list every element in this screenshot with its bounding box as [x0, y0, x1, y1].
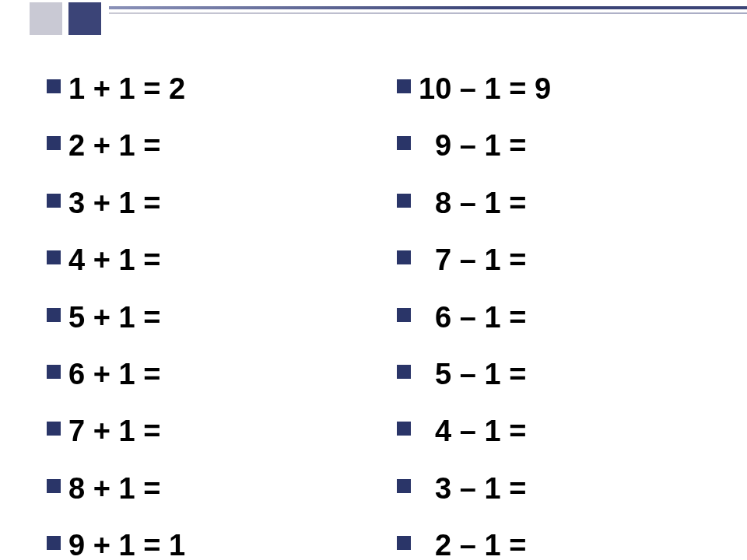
equation-text: 1 + 1 = 2: [68, 70, 185, 108]
deco-line-thick: [109, 6, 747, 9]
content-area: 1 + 1 = 2 2 + 1 = 3 + 1 = 4 + 1 = 5 + 1 …: [47, 70, 700, 560]
list-item: 4 + 1 =: [47, 241, 350, 279]
equation-text: 4 – 1 =: [419, 412, 526, 450]
deco-square-blue: [68, 2, 101, 35]
bullet-icon: [47, 136, 61, 150]
list-item: 2 – 1 =: [397, 527, 700, 560]
bullet-icon: [397, 79, 411, 93]
list-item: 4 – 1 =: [397, 412, 700, 450]
equation-text: 5 – 1 =: [419, 355, 526, 394]
equation-text: 10 – 1 = 9: [419, 70, 551, 108]
equation-text: 7 + 1 =: [68, 412, 160, 450]
equation-text: 9 + 1 = 1: [68, 527, 185, 560]
list-item: 9 – 1 =: [397, 127, 700, 165]
list-item: 3 – 1 =: [397, 470, 700, 508]
list-item: 8 + 1 =: [47, 470, 350, 508]
bullet-icon: [397, 422, 411, 436]
equation-text: 5 + 1 =: [68, 299, 160, 337]
equation-text: 3 + 1 =: [68, 184, 160, 222]
bullet-icon: [47, 422, 61, 436]
list-item: 6 + 1 =: [47, 355, 350, 394]
list-item: 7 – 1 =: [397, 241, 700, 279]
bullet-icon: [397, 136, 411, 150]
equation-text: 6 + 1 =: [68, 355, 160, 394]
list-item: 2 + 1 =: [47, 127, 350, 165]
equation-text: 8 – 1 =: [419, 184, 526, 222]
list-item: 7 + 1 =: [47, 412, 350, 450]
bullet-icon: [47, 479, 61, 493]
equation-text: 2 + 1 =: [68, 127, 160, 165]
list-item: 3 + 1 =: [47, 184, 350, 222]
equation-text: 6 – 1 =: [419, 299, 526, 337]
bullet-icon: [397, 194, 411, 208]
list-item: 1 + 1 = 2: [47, 70, 350, 108]
list-item: 5 + 1 =: [47, 299, 350, 337]
list-item: 9 + 1 = 1: [47, 527, 350, 560]
deco-line-thin: [109, 12, 747, 14]
bullet-icon: [397, 479, 411, 493]
bullet-icon: [47, 365, 61, 379]
deco-lines: [109, 0, 747, 37]
deco-square-gray: [30, 2, 62, 35]
left-column: 1 + 1 = 2 2 + 1 = 3 + 1 = 4 + 1 = 5 + 1 …: [47, 70, 350, 560]
bullet-icon: [397, 250, 411, 264]
list-item: 6 – 1 =: [397, 299, 700, 337]
bullet-icon: [397, 536, 411, 550]
equation-text: 7 – 1 =: [419, 241, 526, 279]
equation-text: 8 + 1 =: [68, 470, 160, 508]
right-column: 10 – 1 = 9 9 – 1 = 8 – 1 = 7 – 1 = 6 – 1…: [397, 70, 700, 560]
equation-text: 2 – 1 =: [419, 527, 526, 560]
list-item: 8 – 1 =: [397, 184, 700, 222]
bullet-icon: [47, 250, 61, 264]
bullet-icon: [47, 194, 61, 208]
bullet-icon: [47, 308, 61, 322]
list-item: 10 – 1 = 9: [397, 70, 700, 108]
equation-text: 9 – 1 =: [419, 127, 526, 165]
equation-text: 3 – 1 =: [419, 470, 526, 508]
slide-header-decoration: [0, 0, 747, 37]
bullet-icon: [397, 308, 411, 322]
bullet-icon: [47, 79, 61, 93]
equation-text: 4 + 1 =: [68, 241, 160, 279]
bullet-icon: [47, 536, 61, 550]
bullet-icon: [397, 365, 411, 379]
list-item: 5 – 1 =: [397, 355, 700, 394]
